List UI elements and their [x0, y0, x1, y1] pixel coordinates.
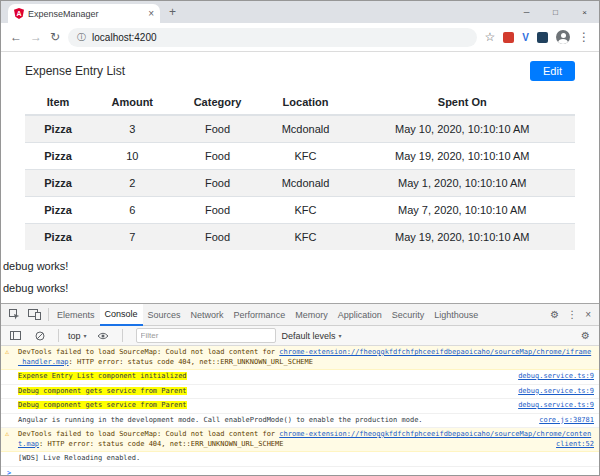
- console-message: DevTools failed to load SourceMap: Could…: [18, 348, 594, 367]
- devtools-tab-network[interactable]: Network: [186, 305, 229, 325]
- header-spent-on: Spent On: [350, 90, 576, 115]
- window-close-button[interactable]: ×: [570, 1, 599, 23]
- console-message: Debug component gets service from Parent: [18, 401, 514, 411]
- refresh-icon[interactable]: ↻: [50, 31, 60, 43]
- devtools-more-icon[interactable]: ⋮: [563, 310, 581, 320]
- console-settings-gear-icon[interactable]: ⚙: [577, 331, 594, 341]
- prompt-chevron-icon: >: [7, 469, 11, 476]
- header-amount: Amount: [91, 90, 174, 115]
- console-sidebar-icon[interactable]: [6, 331, 25, 340]
- source-link[interactable]: client:52: [556, 440, 594, 450]
- highlighted-log-text: Debug component gets service from Parent: [18, 387, 187, 395]
- log-levels-dropdown[interactable]: Default levels▾: [282, 331, 342, 341]
- source-link[interactable]: debug.service.ts:9: [518, 372, 594, 382]
- console-warning-row: ⚠ DevTools failed to load SourceMap: Cou…: [1, 346, 599, 370]
- site-info-icon[interactable]: ⓘ: [77, 31, 86, 44]
- devtools-tab-performance[interactable]: Performance: [229, 305, 291, 325]
- devtools-tab-security[interactable]: Security: [387, 305, 430, 325]
- cell-location: KFC: [262, 143, 350, 170]
- context-selector-dropdown[interactable]: top▾: [68, 331, 87, 341]
- new-tab-button[interactable]: +: [169, 6, 176, 18]
- back-icon[interactable]: ←: [10, 31, 22, 43]
- edit-button[interactable]: Edit: [530, 61, 575, 81]
- devtools-tab-lighthouse[interactable]: Lighthouse: [429, 305, 483, 325]
- cell-spent-on: May 19, 2020, 10:10:10 AM: [350, 224, 576, 251]
- header-item: Item: [25, 90, 91, 115]
- avatar-body: [558, 39, 568, 44]
- profile-avatar[interactable]: [556, 30, 570, 44]
- cell-location: KFC: [262, 197, 350, 224]
- header-category: Category: [174, 90, 262, 115]
- cell-item: Pizza: [25, 224, 91, 251]
- browser-toolbar: ← → ↻ ⓘ localhost:4200 ☆ V ⋮: [1, 23, 599, 52]
- chevron-down-icon: ▾: [84, 332, 87, 339]
- console-message: Debug component gets service from Parent: [18, 387, 514, 397]
- cell-item: Pizza: [25, 143, 91, 170]
- table-row: Pizza 10 Food KFC May 19, 2020, 10:10:10…: [25, 143, 575, 170]
- bookmark-star-icon[interactable]: ☆: [485, 31, 496, 43]
- console-log-row: Debug component gets service from Parent…: [1, 385, 599, 400]
- extension-v-icon[interactable]: V: [522, 32, 529, 43]
- browser-menu-icon[interactable]: ⋮: [578, 31, 590, 43]
- console-log-row: Debug component gets service from Parent…: [1, 399, 599, 414]
- cell-category: Food: [174, 143, 262, 170]
- cell-spent-on: May 7, 2020, 10:10:10 AM: [350, 197, 576, 224]
- cell-item: Pizza: [25, 170, 91, 197]
- tab-close-icon[interactable]: ×: [148, 9, 154, 19]
- extension-dark-icon[interactable]: [537, 32, 548, 43]
- devtools-tab-console[interactable]: Console: [100, 304, 143, 326]
- tab-title: ExpenseManager: [28, 9, 144, 19]
- inspect-element-icon[interactable]: [5, 309, 24, 320]
- devtools-tabbar-right: ⚙ ⋮ ×: [546, 310, 595, 320]
- console-message: Expense Entry List component initialized: [18, 372, 514, 382]
- live-expression-eye-icon[interactable]: [93, 332, 113, 340]
- extension-red-icon[interactable]: [503, 32, 514, 43]
- cell-location: Mcdonald: [262, 115, 350, 143]
- devtools-close-icon[interactable]: ×: [581, 310, 595, 320]
- console-message: [WDS] Live Reloading enabled.: [18, 454, 514, 464]
- table-row: Pizza 7 Food KFC May 19, 2020, 10:10:10 …: [25, 224, 575, 251]
- browser-tab[interactable]: A ExpenseManager ×: [8, 4, 160, 23]
- clear-console-icon[interactable]: [31, 331, 49, 341]
- console-prompt[interactable]: >: [1, 467, 599, 476]
- console-toolbar: top▾ Default levels▾ ⚙: [1, 326, 599, 346]
- source-link[interactable]: core.js:38781: [539, 416, 594, 426]
- console-toolbar-right: ⚙: [577, 331, 594, 341]
- toolbar-separator: [48, 308, 49, 321]
- source-link[interactable]: debug.service.ts:9: [518, 387, 594, 397]
- url-text[interactable]: localhost:4200: [92, 32, 157, 43]
- console-log-row: Expense Entry List component initialized…: [1, 370, 599, 385]
- devtools-tab-elements[interactable]: Elements: [52, 305, 100, 325]
- window-minimize-button[interactable]: ─: [512, 1, 541, 23]
- table-header-row: Item Amount Category Location Spent On: [25, 90, 575, 115]
- devtools-tab-memory[interactable]: Memory: [290, 305, 333, 325]
- warning-text: : HTTP error: status code 404, net::ERR_…: [39, 440, 283, 448]
- cell-spent-on: May 19, 2020, 10:10:10 AM: [350, 143, 576, 170]
- toolbar-separator: [58, 329, 59, 342]
- console-log-row: Angular is running in the development mo…: [1, 414, 599, 429]
- warning-text: DevTools failed to load SourceMap: Could…: [18, 348, 279, 356]
- forward-icon[interactable]: →: [30, 31, 42, 43]
- device-toolbar-icon[interactable]: [24, 309, 45, 320]
- devtools-settings-gear-icon[interactable]: ⚙: [546, 310, 563, 320]
- expense-table: Item Amount Category Location Spent On P…: [25, 90, 575, 250]
- cell-category: Food: [174, 170, 262, 197]
- toolbar-separator: [122, 329, 123, 342]
- cell-category: Food: [174, 224, 262, 251]
- tab-strip: A ExpenseManager × + ─ □ ×: [1, 1, 599, 23]
- cell-amount: 2: [91, 170, 174, 197]
- devtools-tab-sources[interactable]: Sources: [143, 305, 186, 325]
- window-maximize-button[interactable]: □: [541, 1, 570, 23]
- warning-text: DevTools failed to load SourceMap: Could…: [18, 430, 279, 438]
- devtools-tab-application[interactable]: Application: [333, 305, 387, 325]
- page-content: Expense Entry List Edit Item Amount Cate…: [1, 52, 599, 303]
- context-selector-label: top: [68, 331, 81, 341]
- table-row: Pizza 3 Food Mcdonald May 10, 2020, 10:1…: [25, 115, 575, 143]
- chevron-down-icon: ▾: [339, 332, 342, 339]
- address-bar[interactable]: ⓘ localhost:4200: [68, 28, 477, 47]
- cell-item: Pizza: [25, 197, 91, 224]
- source-link[interactable]: debug.service.ts:9: [518, 401, 594, 411]
- cell-location: KFC: [262, 224, 350, 251]
- console-filter-input[interactable]: [136, 328, 276, 343]
- console-log-row: [WDS] Live Reloading enabled.: [1, 452, 599, 467]
